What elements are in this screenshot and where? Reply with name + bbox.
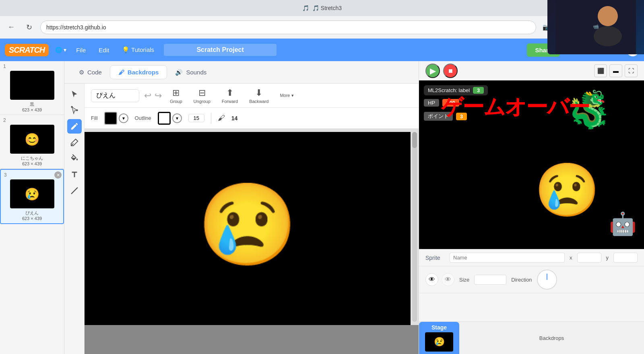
outline-color-picker-btn[interactable]: ▾	[172, 113, 182, 123]
drawing-workspace: ↩ ↪ ⊞ Group ⊟ Ungroup ⬆	[64, 84, 419, 354]
stop-button[interactable]: ⏹	[443, 64, 458, 78]
backdrop-thumb-1	[10, 71, 54, 100]
canvas-emoji: 😢	[197, 184, 298, 265]
canvas-column: ↩ ↪ ⊞ Group ⊟ Ungroup ⬆	[85, 84, 419, 354]
sounds-tab-label: Sounds	[186, 69, 206, 76]
project-name-input[interactable]	[164, 44, 277, 56]
back-button[interactable]: ←	[5, 21, 18, 34]
backdrop-number-1: 1	[3, 64, 61, 69]
reshape-tool[interactable]	[67, 103, 82, 117]
ungroup-label: Ungroup	[194, 99, 211, 104]
svg-text:📹: 📹	[593, 23, 599, 29]
draw-tool[interactable]	[67, 119, 82, 134]
canvas-scrollbar[interactable]	[412, 132, 417, 322]
forward-button[interactable]: ⬆ Forward	[219, 86, 241, 105]
backward-label: Backward	[249, 99, 268, 104]
green-flag-button[interactable]: ▶	[425, 64, 440, 78]
globe-button[interactable]: 🌐 ▾	[55, 47, 66, 53]
cursor-tool[interactable]	[67, 87, 82, 101]
svg-point-5	[76, 109, 78, 111]
more-label: More ▾	[280, 93, 293, 98]
fullscreen-btn[interactable]: ⛶	[625, 64, 638, 77]
eraser-tool[interactable]	[67, 135, 82, 150]
backdrop-emoji-3: 😢	[25, 187, 39, 201]
outline-color-swatch[interactable]	[158, 112, 171, 125]
fill-swatch-container: ▾	[104, 112, 128, 125]
drawing-tools	[64, 84, 85, 354]
x-label: x	[570, 255, 572, 261]
stage-tab-label: Stage	[431, 324, 447, 331]
style-controls: Fill ▾ Outline ▾ 🖌 14	[85, 108, 419, 129]
group-label: Group	[170, 99, 182, 104]
direction-label: Direction	[511, 277, 532, 283]
stage-panel: ▶ ⏹ ⬛ ▬ ⛶ ML2Scratch: label 3 HP 100	[419, 61, 644, 354]
backdrop-item-1[interactable]: 1 黒623 × 439	[0, 61, 64, 115]
line-tool[interactable]	[67, 183, 82, 198]
canvas-main[interactable]: 😢	[85, 132, 411, 325]
ungroup-icon: ⊟	[198, 88, 206, 98]
outline-swatch-container: ▾	[158, 112, 182, 125]
webcam-video: 📹	[547, 0, 644, 54]
editor-tabs: ⚙ Code 🖌 Backdrops 🔊 Sounds	[64, 61, 419, 84]
group-icon: ⊞	[172, 88, 180, 98]
hide-sprite-btn[interactable]: 👁	[442, 273, 454, 286]
refresh-button[interactable]: ↻	[23, 21, 35, 34]
scratch-main: 1 黒623 × 439 2 😊 にこちゃん623 × 439 ✕ 3 😢 ぴえ…	[0, 61, 644, 354]
stage-tab[interactable]: Stage 😢	[419, 322, 459, 354]
browser-title: 🎵 Stretch3	[312, 5, 342, 11]
y-label: y	[606, 255, 609, 261]
backdrop-delete-3[interactable]: ✕	[54, 171, 62, 179]
backdrop-number-3: 3	[4, 172, 60, 178]
editor-toolbar: ↩ ↪ ⊞ Group ⊟ Ungroup ⬆	[85, 84, 419, 108]
backdrops-bottom-tab[interactable]: Backdrops	[459, 322, 644, 354]
group-button[interactable]: ⊞ Group	[167, 86, 186, 105]
sprite-name-input[interactable]	[450, 253, 565, 263]
fill-color-picker-btn[interactable]: ▾	[119, 113, 128, 123]
backdrop-number-2: 2	[3, 117, 61, 123]
stage-preview: ML2Scratch: label 3 HP 100 ポイント 3 🐉 ゲームオ…	[419, 80, 644, 249]
big-stage-btn[interactable]: ▬	[609, 64, 622, 77]
brush-icon: 🖌	[218, 114, 225, 122]
edit-menu[interactable]: Edit	[95, 45, 112, 55]
address-bar[interactable]: https://stretch3.github.io	[40, 21, 536, 34]
fill-color-swatch[interactable]	[104, 112, 117, 125]
backdrop-item-3[interactable]: ✕ 3 😢 ぴえん623 × 439	[0, 169, 64, 224]
size-input[interactable]	[474, 275, 506, 285]
backdrop-label-2: にこちゃん623 × 439	[3, 155, 61, 166]
scratch-logo[interactable]: SCRATCH	[5, 44, 49, 56]
fill-tool[interactable]	[67, 151, 82, 166]
scrollbar-thumb[interactable]	[412, 132, 417, 148]
costume-name-input[interactable]	[91, 89, 139, 102]
address-url: https://stretch3.github.io	[46, 24, 106, 31]
file-menu[interactable]: File	[73, 45, 89, 55]
tab-sounds[interactable]: 🔊 Sounds	[167, 66, 215, 79]
tab-code[interactable]: ⚙ Code	[71, 66, 110, 79]
scratch-logo-text: SCRATCH	[9, 45, 45, 55]
backdrops-tab-icon: 🖌	[118, 69, 124, 76]
direction-gauge[interactable]	[537, 270, 557, 290]
code-tab-label: Code	[87, 69, 102, 76]
size-label: Size	[459, 277, 469, 283]
backdrops-bottom-label: Backdrops	[539, 335, 564, 341]
ungroup-button[interactable]: ⊟ Ungroup	[190, 86, 214, 105]
y-input[interactable]	[613, 253, 638, 263]
stage-mini-emoji: 😢	[434, 337, 445, 347]
scratch-app: SCRATCH 🌐 ▾ File Edit 💡 Tutorials Share …	[0, 39, 644, 354]
stroke-size-input[interactable]	[188, 114, 204, 122]
x-input[interactable]	[577, 253, 601, 263]
small-stage-btn[interactable]: ⬛	[594, 64, 607, 77]
redo-button[interactable]: ↪	[155, 91, 162, 101]
text-tool[interactable]	[67, 167, 82, 182]
tab-backdrops[interactable]: 🖌 Backdrops	[110, 65, 167, 79]
undo-button[interactable]: ↩	[144, 91, 151, 101]
direction-needle	[547, 274, 547, 280]
code-tab-icon: ⚙	[79, 69, 84, 76]
backdrop-item-2[interactable]: 2 😊 にこちゃん623 × 439	[0, 115, 64, 169]
sounds-tab-icon: 🔊	[175, 69, 183, 76]
backward-button[interactable]: ⬇ Backward	[246, 86, 272, 105]
backdrop-emoji-2: 😊	[25, 132, 39, 146]
backdrops-tab-label: Backdrops	[128, 69, 159, 76]
show-sprite-btn[interactable]: 👁	[425, 273, 438, 286]
tutorials-btn[interactable]: 💡 Tutorials	[119, 45, 157, 55]
more-button[interactable]: More ▾	[277, 91, 297, 100]
